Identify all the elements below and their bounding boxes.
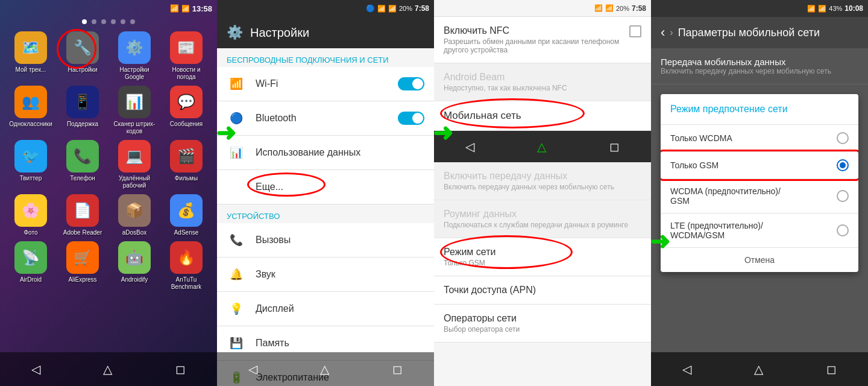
settings-home-button[interactable]: △ xyxy=(315,357,334,381)
app-settings-icon: 🔧 xyxy=(66,31,99,64)
home-screen: 📶 📶 13:58 🗺️ Мой трек... 🔧 Настройки xyxy=(0,0,217,386)
sound-item[interactable]: 🔔 Звук xyxy=(217,258,434,292)
network-status-bar: 📶 📶 20% 7:58 xyxy=(434,0,651,17)
option-wcdma-only-radio[interactable] xyxy=(837,132,849,144)
mobile-network-item[interactable]: Мобильная сеть xyxy=(434,101,651,131)
network-recents-btn[interactable]: ◻ xyxy=(609,139,620,154)
network-mode-title: Режим сети xyxy=(444,247,641,258)
operators-item[interactable]: Операторы сети Выбор оператора сети xyxy=(434,305,651,343)
network-back-btn[interactable]: ◁ xyxy=(465,139,474,154)
option-lte[interactable]: LTE (предпочтительно)/WCDMA/GSM xyxy=(661,214,858,248)
app-antutu-icon: 🔥 xyxy=(170,241,203,274)
recents-button[interactable]: ◻ xyxy=(171,357,190,381)
settings-signal-icon: 📶 xyxy=(388,5,397,13)
app-antutu[interactable]: 🔥 AnTuTu Benchmark xyxy=(163,241,210,291)
dot-5 xyxy=(121,19,125,24)
app-mytrack[interactable]: 🗺️ Мой трек... xyxy=(7,31,54,81)
mode-home-button[interactable]: △ xyxy=(749,357,768,381)
option-lte-radio[interactable] xyxy=(837,224,849,236)
data-transfer-sub: Включить передачу данных через мобильную… xyxy=(444,183,641,191)
mode-back-icon[interactable]: ‹ xyxy=(661,25,665,40)
app-adsense[interactable]: 💰 AdSense xyxy=(163,194,210,236)
option-gsm-only[interactable]: Только GSM xyxy=(661,152,858,179)
home-button[interactable]: △ xyxy=(98,357,117,381)
app-movies-label: Фильмы xyxy=(175,175,198,182)
app-google-settings-icon: ⚙️ xyxy=(118,31,151,64)
dialog-cancel-button[interactable]: Отмена xyxy=(661,248,858,272)
wifi-icon: 📶 xyxy=(227,74,246,93)
data-transfer-top-sub: Включить передачу данных через мобильную… xyxy=(661,67,858,75)
bluetooth-item[interactable]: 🔵 Bluetooth xyxy=(217,101,434,136)
app-grid: 🗺️ Мой трек... 🔧 Настройки ⚙️ Настройки … xyxy=(0,27,217,296)
data-transfer-top-item[interactable]: Передача мобильных данных Включить перед… xyxy=(651,48,868,84)
app-ok[interactable]: 👥 Одноклассники xyxy=(7,86,54,135)
wifi-toggle[interactable] xyxy=(398,77,424,90)
mode-battery: 43% xyxy=(829,5,842,12)
settings-back-button[interactable]: ◁ xyxy=(244,357,262,381)
display-item[interactable]: 💡 Дисплей xyxy=(217,292,434,326)
app-twitter[interactable]: 🐦 Твиттер xyxy=(7,140,54,189)
data-transfer-top-title: Передача мобильных данных xyxy=(661,57,858,67)
nfc-checkbox[interactable] xyxy=(629,25,641,37)
app-adsense-icon: 💰 xyxy=(170,194,203,227)
app-news[interactable]: 📰 Новости и погода xyxy=(163,31,210,81)
roaming-title: Роуминг данных xyxy=(444,209,641,220)
network-panel-wrapper: 📶 📶 20% 7:58 Включить NFC Разрешить обме… xyxy=(434,0,651,386)
option-wcdma-gsm-radio[interactable] xyxy=(837,190,849,202)
home-status-bar: 📶 📶 13:58 xyxy=(0,0,217,17)
option-wcdma-gsm[interactable]: WCDMA (предпочтительно)/GSM xyxy=(661,179,858,214)
page-dots xyxy=(0,17,217,27)
app-settings-label: Настройки xyxy=(68,66,97,74)
app-support[interactable]: 📱 Поддержка xyxy=(59,86,106,135)
app-photos[interactable]: 🌸 Фото xyxy=(7,194,54,236)
dot-6 xyxy=(130,19,135,24)
app-phone[interactable]: 📞 Телефон xyxy=(59,140,106,189)
settings-icon: ⚙️ xyxy=(227,25,243,40)
network-dark-bar: ◁ △ ◻ xyxy=(434,131,651,162)
app-androidify-label: Androidify xyxy=(121,276,148,283)
settings-recents-button[interactable]: ◻ xyxy=(388,357,407,381)
app-adobe-label: Adobe Reader xyxy=(63,229,102,236)
network-mode-item[interactable]: Режим сети Только GSM xyxy=(434,238,651,276)
app-movies[interactable]: 🎬 Фильмы xyxy=(163,140,210,189)
section-wireless-header: БЕСПРОВОДНЫЕ ПОДКЛЮЧЕНИЯ И СЕТИ xyxy=(217,48,434,67)
app-news-icon: 📰 xyxy=(170,31,203,64)
app-messages[interactable]: 💬 Сообщения xyxy=(163,86,210,135)
app-remote-icon: 💻 xyxy=(118,140,151,172)
app-adobe[interactable]: 📄 Adobe Reader xyxy=(59,194,106,236)
nfc-item[interactable]: Включить NFC Разрешить обмен данными при… xyxy=(434,17,651,63)
app-news-label: Новости и погода xyxy=(163,66,210,81)
app-barcode-label: Сканер штрих-кодов xyxy=(111,121,158,135)
mode-back-button[interactable]: ◁ xyxy=(678,357,696,381)
app-remote[interactable]: 💻 Удалённый рабочий xyxy=(111,140,158,189)
more-item[interactable]: Еще... xyxy=(217,170,434,204)
arrow-to-network: ➜ xyxy=(433,121,453,145)
app-settings[interactable]: 🔧 Настройки xyxy=(59,31,106,81)
wifi-item[interactable]: 📶 Wi-Fi xyxy=(217,67,434,101)
app-google-settings[interactable]: ⚙️ Настройки Google xyxy=(111,31,158,81)
bluetooth-toggle[interactable] xyxy=(398,112,424,125)
app-barcode[interactable]: 📊 Сканер штрих-кодов xyxy=(111,86,158,135)
option-wcdma-only-label: Только WCDMA xyxy=(670,133,837,143)
sound-label: Звук xyxy=(256,269,424,280)
app-airdroid[interactable]: 📡 AirDroid xyxy=(7,241,54,291)
apn-item[interactable]: Точки доступа (APN) xyxy=(434,276,651,305)
app-aliexpress[interactable]: 🛒 AliExpress xyxy=(59,241,106,291)
app-adobe-icon: 📄 xyxy=(66,194,99,227)
calls-item[interactable]: 📞 Вызовы xyxy=(217,223,434,258)
nfc-sub: Разрешить обмен данными при касании теле… xyxy=(444,37,629,54)
app-dosbox[interactable]: 📦 aDosBox xyxy=(111,194,158,236)
app-messages-label: Сообщения xyxy=(170,121,203,128)
app-remote-label: Удалённый рабочий xyxy=(111,175,158,189)
data-usage-item[interactable]: 📊 Использование данных xyxy=(217,136,434,170)
memory-icon: 💾 xyxy=(227,334,246,353)
option-gsm-only-radio[interactable] xyxy=(837,159,849,171)
option-wcdma-only[interactable]: Только WCDMA xyxy=(661,125,858,152)
back-button[interactable]: ◁ xyxy=(27,357,45,381)
dialog-title: Режим предпочтение сети xyxy=(661,94,858,125)
app-androidify[interactable]: 🤖 Androidify xyxy=(111,241,158,291)
network-signal-icon: 📶 xyxy=(605,4,614,12)
network-home-btn[interactable]: △ xyxy=(537,139,546,154)
mode-time: 10:08 xyxy=(844,4,863,13)
mode-recents-button[interactable]: ◻ xyxy=(822,357,841,381)
